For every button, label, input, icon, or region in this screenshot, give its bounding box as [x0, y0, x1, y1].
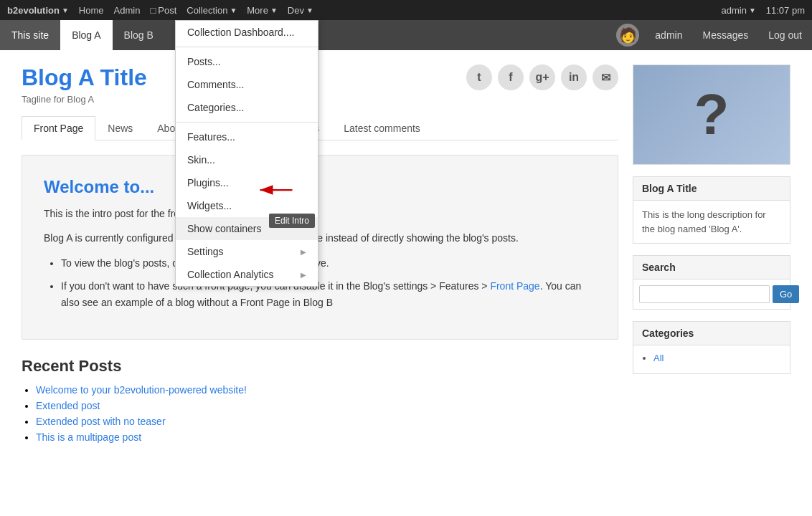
admin-bar-admin[interactable]: Admin [114, 5, 141, 16]
dev-caret: ▼ [306, 6, 313, 14]
admin-user-dropdown[interactable]: admin ▼ [721, 5, 755, 16]
recent-posts-heading: Recent Posts [22, 357, 618, 376]
arrow-indicator [255, 181, 298, 199]
list-item: All [653, 353, 781, 363]
categories-widget-content: All [633, 345, 790, 373]
recent-post-link-1[interactable]: Welcome to your b2evolution-powered webs… [36, 384, 247, 396]
analytics-submenu-arrow: ▶ [301, 271, 306, 279]
collection-analytics-item[interactable]: Collection Analytics ▶ [176, 263, 318, 286]
content-area: t f g+ in ✉ Blog A Title Tagline for Blo… [22, 64, 618, 447]
categories-menu-item[interactable]: Categories... [176, 96, 318, 119]
recent-posts-list: Welcome to your b2evolution-powered webs… [36, 384, 618, 443]
blog-title-widget-title: Blog A Title [633, 177, 790, 201]
nav-tab-blog-a[interactable]: Blog A [60, 20, 112, 50]
front-page-box: Welcome to... This is the intro post for… [22, 155, 618, 340]
tab-front-page[interactable]: Front Page [22, 116, 95, 140]
social-icons: t f g+ in ✉ [466, 64, 618, 90]
front-page-bullet-2: If you don't want to have such a front p… [61, 278, 596, 310]
settings-submenu-arrow: ▶ [301, 248, 306, 256]
brand-dropdown[interactable]: b2evolution ▼ [7, 5, 69, 16]
admin-bar-time: 11:07 pm [766, 5, 805, 16]
tab-latest-comments[interactable]: Latest comments [331, 116, 433, 140]
recent-post-link-4[interactable]: This is a multipage post [36, 431, 141, 443]
category-all-link[interactable]: All [653, 353, 664, 363]
brand-caret: ▼ [62, 6, 69, 14]
brand-label: b2evolution [7, 5, 60, 16]
recent-post-link-3[interactable]: Extended post with no teaser [36, 416, 166, 427]
blog-title-widget-content: This is the long description for the blo… [633, 201, 790, 243]
categories-widget: Categories All [633, 321, 790, 374]
main-container: t f g+ in ✉ Blog A Title Tagline for Blo… [0, 50, 812, 462]
admin-profile-link[interactable]: admin [645, 20, 692, 50]
search-button[interactable]: Go [773, 285, 799, 303]
admin-user-label: admin [721, 5, 746, 16]
messages-link[interactable]: Messages [692, 20, 758, 50]
categories-widget-title: Categories [633, 322, 790, 345]
tab-news[interactable]: News [95, 116, 145, 140]
search-form: Go [633, 280, 790, 309]
linkedin-icon[interactable]: in [561, 64, 587, 90]
front-page-bullet-1: To view the blog's posts, click on "News… [61, 255, 596, 271]
front-page-heading: Welcome to... [44, 177, 596, 197]
more-label: More [247, 5, 268, 16]
post-icon: □ [150, 5, 156, 16]
admin-bar: b2evolution ▼ Home Admin □ Post Collecti… [0, 0, 812, 20]
question-mark-icon: ? [694, 82, 730, 148]
menu-divider-2 [176, 122, 318, 123]
list-item: Extended post with no teaser [36, 416, 618, 427]
blog-title-widget: Blog A Title This is the long descriptio… [633, 176, 790, 244]
nav-tab-blog-b[interactable]: Blog B [113, 20, 165, 50]
collection-caret: ▼ [230, 6, 237, 14]
nav-right-links: 🧑 admin Messages Log out [610, 20, 812, 50]
posts-menu-item[interactable]: Posts... [176, 50, 318, 73]
sidebar-image: ? [633, 64, 790, 165]
twitter-icon[interactable]: t [466, 64, 492, 90]
post-dropdown[interactable]: □ Post [150, 5, 176, 16]
comments-menu-item[interactable]: Comments... [176, 73, 318, 96]
email-icon[interactable]: ✉ [593, 64, 618, 90]
search-widget: Search Go [633, 255, 790, 310]
search-widget-title: Search [633, 256, 790, 280]
collection-dropdown-trigger[interactable]: Collection ▼ [187, 5, 237, 16]
collection-dashboard-item[interactable]: Collection Dashboard.... [176, 21, 318, 44]
facebook-icon[interactable]: f [498, 64, 524, 90]
avatar-image: 🧑 [619, 27, 637, 44]
admin-bar-home[interactable]: Home [79, 5, 104, 16]
collection-label: Collection [187, 5, 227, 16]
search-input[interactable] [639, 285, 770, 303]
admin-user-caret: ▼ [749, 6, 756, 14]
features-menu-item[interactable]: Features... [176, 125, 318, 148]
front-page-intro2: Blog A is currently configured to show a… [44, 230, 596, 246]
settings-menu-item[interactable]: Settings ▶ [176, 240, 318, 263]
list-item: This is a multipage post [36, 431, 618, 443]
collection-dropdown-menu: Collection Dashboard.... Posts... Commen… [175, 20, 318, 287]
recent-post-link-2[interactable]: Extended post [36, 400, 100, 411]
more-caret: ▼ [270, 6, 278, 14]
dev-dropdown[interactable]: Dev ▼ [288, 5, 313, 16]
sidebar: ? Blog A Title This is the long descript… [633, 64, 790, 447]
avatar: 🧑 [616, 24, 639, 47]
page-tabs: Front Page News About Categories Archive… [22, 116, 618, 140]
front-page-bullets: To view the blog's posts, click on "News… [61, 255, 596, 310]
front-page-intro1: This is the intro post for the front pag… [44, 206, 596, 221]
menu-divider-1 [176, 47, 318, 47]
list-item: Extended post [36, 400, 618, 411]
front-page-link[interactable]: Front Page [490, 280, 539, 292]
skin-menu-item[interactable]: Skin... [176, 148, 318, 171]
categories-list: All [653, 353, 781, 363]
recent-posts: Recent Posts Welcome to your b2evolution… [22, 357, 618, 443]
list-item: Welcome to your b2evolution-powered webs… [36, 384, 618, 396]
this-site-link[interactable]: This site [0, 20, 60, 50]
google-icon[interactable]: g+ [529, 64, 555, 90]
logout-link[interactable]: Log out [758, 20, 812, 50]
nav-spacer [300, 20, 610, 50]
edit-intro-tooltip: Edit Intro [269, 214, 315, 228]
blog-title-widget-description: This is the long description for the blo… [642, 208, 781, 236]
admin-bar-right: admin ▼ 11:07 pm [721, 5, 805, 16]
post-label: Post [158, 5, 176, 16]
nav-bar: This site Blog A Blog B Photo About this… [0, 20, 812, 50]
dev-label: Dev [288, 5, 304, 16]
arrow-svg [255, 181, 298, 199]
more-dropdown[interactable]: More ▼ [247, 5, 278, 16]
